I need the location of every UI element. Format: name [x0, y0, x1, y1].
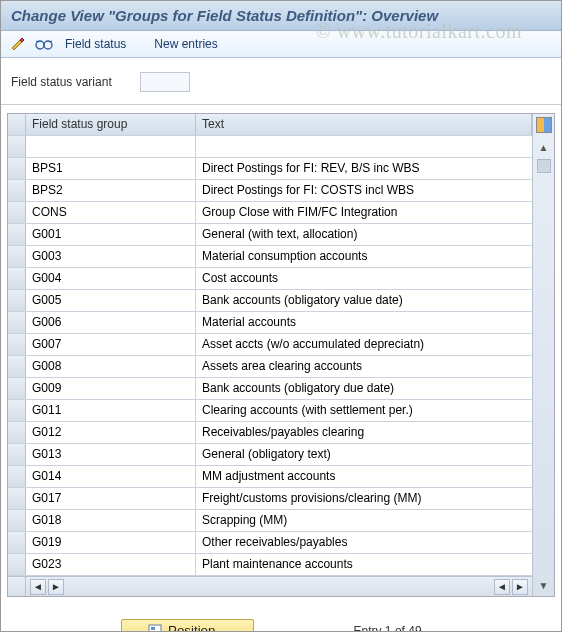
toggle-display-icon[interactable] — [9, 35, 27, 53]
cell-text[interactable]: Receivables/payables clearing — [196, 422, 532, 443]
cell-field-status-group[interactable]: BPS1 — [26, 158, 196, 179]
cell-text[interactable]: MM adjustment accounts — [196, 466, 532, 487]
new-entries-button[interactable]: New entries — [150, 35, 221, 53]
cell-text[interactable]: Material accounts — [196, 312, 532, 333]
row-selector[interactable] — [8, 224, 26, 245]
cell-field-status-group[interactable]: G019 — [26, 532, 196, 553]
table-row[interactable]: G007Asset accts (w/o accumulated depreci… — [8, 334, 532, 356]
table-row[interactable]: G012Receivables/payables clearing — [8, 422, 532, 444]
row-selector[interactable] — [8, 356, 26, 377]
table-row[interactable]: G014MM adjustment accounts — [8, 466, 532, 488]
cell-field-status-group[interactable]: BPS2 — [26, 180, 196, 201]
hscroll-left-b-button[interactable]: ◄ — [494, 579, 510, 595]
row-selector[interactable] — [8, 246, 26, 267]
cell-field-status-group[interactable]: G003 — [26, 246, 196, 267]
cell-text[interactable]: Bank accounts (obligatory value date) — [196, 290, 532, 311]
cell-field-status-group[interactable]: G011 — [26, 400, 196, 421]
row-selector[interactable] — [8, 136, 26, 157]
cell-text[interactable]: Scrapping (MM) — [196, 510, 532, 531]
glasses-icon[interactable] — [35, 35, 53, 53]
column-header-fsg[interactable]: Field status group — [26, 114, 196, 135]
cell-text[interactable]: Freight/customs provisions/clearing (MM) — [196, 488, 532, 509]
table-row[interactable]: G009Bank accounts (obligatory due date) — [8, 378, 532, 400]
cell-text[interactable] — [196, 136, 532, 157]
scroll-up-button[interactable]: ▲ — [535, 137, 553, 157]
cell-field-status-group[interactable]: G014 — [26, 466, 196, 487]
cell-text[interactable]: Bank accounts (obligatory due date) — [196, 378, 532, 399]
table-row[interactable]: BPS2Direct Postings for FI: COSTS incl W… — [8, 180, 532, 202]
cell-text[interactable]: General (obligatory text) — [196, 444, 532, 465]
cell-text[interactable]: Group Close with FIM/FC Integration — [196, 202, 532, 223]
hscroll-right-a-button[interactable]: ► — [48, 579, 64, 595]
cell-text[interactable]: Direct Postings for FI: COSTS incl WBS — [196, 180, 532, 201]
row-selector[interactable] — [8, 158, 26, 179]
cell-field-status-group[interactable]: CONS — [26, 202, 196, 223]
cell-field-status-group[interactable]: G017 — [26, 488, 196, 509]
field-status-variant-input[interactable] — [140, 72, 190, 92]
cell-text[interactable]: Direct Postings for FI: REV, B/S inc WBS — [196, 158, 532, 179]
cell-text[interactable]: Other receivables/payables — [196, 532, 532, 553]
row-selector[interactable] — [8, 444, 26, 465]
cell-field-status-group[interactable]: G009 — [26, 378, 196, 399]
table-row[interactable]: G023Plant maintenance accounts — [8, 554, 532, 576]
table-row[interactable]: G008Assets area clearing accounts — [8, 356, 532, 378]
cell-field-status-group[interactable]: G004 — [26, 268, 196, 289]
filter-bar: Field status variant — [1, 58, 561, 105]
table-row[interactable]: CONSGroup Close with FIM/FC Integration — [8, 202, 532, 224]
table-row[interactable]: G001General (with text, allocation) — [8, 224, 532, 246]
table-row[interactable]: G017Freight/customs provisions/clearing … — [8, 488, 532, 510]
cell-text[interactable]: Material consumption accounts — [196, 246, 532, 267]
row-selector[interactable] — [8, 290, 26, 311]
cell-field-status-group[interactable]: G006 — [26, 312, 196, 333]
hscroll-right-b-button[interactable]: ► — [512, 579, 528, 595]
cell-text[interactable]: Plant maintenance accounts — [196, 554, 532, 575]
table-row[interactable]: G013General (obligatory text) — [8, 444, 532, 466]
table-row[interactable]: G003Material consumption accounts — [8, 246, 532, 268]
row-selector[interactable] — [8, 554, 26, 575]
cell-field-status-group[interactable]: G008 — [26, 356, 196, 377]
row-selector[interactable] — [8, 400, 26, 421]
column-header-text[interactable]: Text — [196, 114, 532, 135]
table-row[interactable]: G004Cost accounts — [8, 268, 532, 290]
configure-columns-icon[interactable] — [535, 115, 553, 135]
cell-field-status-group[interactable]: G005 — [26, 290, 196, 311]
row-selector[interactable] — [8, 268, 26, 289]
cell-field-status-group[interactable]: G007 — [26, 334, 196, 355]
cell-text[interactable]: Clearing accounts (with settlement per.) — [196, 400, 532, 421]
position-button[interactable]: Position... — [121, 619, 254, 632]
cell-field-status-group[interactable]: G001 — [26, 224, 196, 245]
hscroll-left-a-button[interactable]: ◄ — [30, 579, 46, 595]
cell-text[interactable]: Assets area clearing accounts — [196, 356, 532, 377]
row-selector[interactable] — [8, 466, 26, 487]
table-row[interactable] — [8, 136, 532, 158]
table-row[interactable]: G011Clearing accounts (with settlement p… — [8, 400, 532, 422]
row-selector[interactable] — [8, 532, 26, 553]
cell-field-status-group[interactable]: G013 — [26, 444, 196, 465]
select-all-cell[interactable] — [8, 114, 26, 135]
cell-text[interactable]: Asset accts (w/o accumulated depreciatn) — [196, 334, 532, 355]
cell-field-status-group[interactable] — [26, 136, 196, 157]
row-selector[interactable] — [8, 488, 26, 509]
scroll-down-button[interactable]: ▼ — [535, 575, 553, 595]
cell-text[interactable]: Cost accounts — [196, 268, 532, 289]
table-row[interactable]: G018Scrapping (MM) — [8, 510, 532, 532]
cell-text[interactable]: General (with text, allocation) — [196, 224, 532, 245]
row-selector[interactable] — [8, 180, 26, 201]
field-status-button[interactable]: Field status — [61, 35, 130, 53]
row-selector[interactable] — [8, 510, 26, 531]
table-row[interactable]: G006Material accounts — [8, 312, 532, 334]
table-row[interactable]: G005Bank accounts (obligatory value date… — [8, 290, 532, 312]
svg-point-0 — [36, 41, 44, 49]
row-selector[interactable] — [8, 422, 26, 443]
cell-field-status-group[interactable]: G012 — [26, 422, 196, 443]
cell-field-status-group[interactable]: G018 — [26, 510, 196, 531]
horizontal-scrollbar: ◄ ► ◄ ► — [8, 576, 532, 596]
row-selector[interactable] — [8, 334, 26, 355]
scroll-thumb[interactable] — [537, 159, 551, 173]
table-row[interactable]: G019Other receivables/payables — [8, 532, 532, 554]
row-selector[interactable] — [8, 312, 26, 333]
table-row[interactable]: BPS1Direct Postings for FI: REV, B/S inc… — [8, 158, 532, 180]
row-selector[interactable] — [8, 378, 26, 399]
cell-field-status-group[interactable]: G023 — [26, 554, 196, 575]
row-selector[interactable] — [8, 202, 26, 223]
